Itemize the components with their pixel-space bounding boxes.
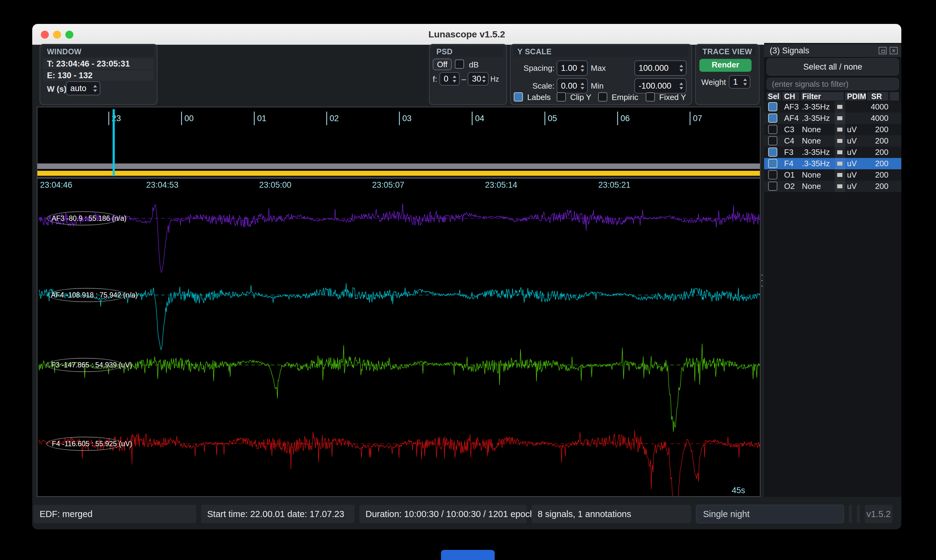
empiric-checkbox[interactable] bbox=[598, 92, 608, 102]
signal-select-checkbox[interactable] bbox=[768, 182, 777, 191]
trace-label-text: AF4 -108.918 : 75.942 (n/a) bbox=[51, 288, 138, 302]
spin-up-icon[interactable] bbox=[581, 83, 584, 85]
signal-select-checkbox[interactable] bbox=[768, 170, 777, 179]
spin-up-icon[interactable] bbox=[680, 65, 683, 67]
signals-filter-input[interactable] bbox=[766, 78, 899, 90]
trace-color-swatch bbox=[837, 139, 842, 143]
signal-select-checkbox[interactable] bbox=[768, 125, 777, 134]
signal-samplerate-cell: 200 bbox=[875, 181, 888, 192]
window-title: Lunascope v1.5.2 bbox=[32, 24, 901, 45]
spinner-buttons bbox=[579, 65, 587, 72]
spin-up-icon[interactable] bbox=[453, 75, 456, 78]
clip-y-checkbox[interactable] bbox=[557, 92, 566, 102]
signal-pdim-cell: uV bbox=[847, 181, 857, 192]
close-panel-icon[interactable]: × bbox=[890, 47, 897, 54]
signal-row[interactable]: F3.3-35HzuV200 bbox=[764, 146, 901, 158]
psd-db-label: dB bbox=[469, 60, 479, 69]
column-header-sel[interactable]: Sel bbox=[766, 92, 781, 101]
trace-color-swatch bbox=[837, 116, 842, 120]
status-panel: Duration: 10:00:30 / 10:00:30 / 1201 epo… bbox=[359, 505, 527, 523]
trace-color-swatch bbox=[837, 173, 842, 177]
spacing-spinner[interactable]: 1.00 bbox=[557, 60, 588, 76]
trace-chart-area[interactable]: 230001020304050607 23:04:4623:04:5323:05… bbox=[37, 107, 760, 497]
signal-row[interactable]: C3NoneuV200 bbox=[764, 124, 901, 135]
trace-color-swatch bbox=[837, 162, 842, 166]
window-seconds-spinner[interactable]: auto bbox=[66, 81, 100, 95]
spin-up-icon[interactable] bbox=[743, 78, 747, 81]
column-header-pdim[interactable]: PDIM bbox=[845, 92, 866, 101]
yscale-checkbox-item: Clip Y bbox=[557, 92, 591, 103]
float-panel-icon[interactable] bbox=[879, 47, 887, 54]
dock-icon[interactable] bbox=[441, 550, 495, 560]
signal-select-checkbox[interactable] bbox=[768, 102, 777, 111]
signal-row[interactable]: C4NoneuV200 bbox=[764, 135, 901, 146]
status-text: Duration: 10:00:30 / 10:00:30 / 1201 epo… bbox=[359, 509, 539, 519]
psd-db-checkbox[interactable] bbox=[455, 60, 464, 69]
min-spinner[interactable]: -100.000 bbox=[634, 78, 686, 94]
spin-up-icon[interactable] bbox=[680, 83, 683, 85]
trace-color-swatch bbox=[837, 105, 842, 109]
psd-freq-max-spinner[interactable]: 30 bbox=[468, 72, 489, 86]
night-selector-dropdown[interactable]: Single night bbox=[696, 505, 844, 523]
max-label: Max bbox=[591, 63, 606, 73]
max-spinner[interactable]: 100.000 bbox=[634, 60, 686, 76]
psd-off-button[interactable]: Off bbox=[433, 58, 452, 70]
trace-color-swatch bbox=[837, 184, 842, 188]
signal-row[interactable]: O1NoneuV200 bbox=[764, 169, 901, 181]
render-button[interactable]: Render bbox=[699, 59, 752, 72]
signal-pdim-cell: uV bbox=[847, 135, 857, 146]
splitter-handle[interactable] bbox=[761, 274, 763, 287]
spinner-buttons bbox=[742, 78, 750, 86]
spinner-buttons bbox=[92, 85, 100, 92]
spin-down-icon[interactable] bbox=[581, 69, 584, 72]
weight-spinner[interactable]: 1 bbox=[729, 75, 750, 89]
desktop-background: Lunascope v1.5.2 WINDOW T: 23:04:46 - 23… bbox=[0, 0, 936, 560]
signal-channel-cell: C4 bbox=[784, 135, 794, 146]
window-length-badge: 45s bbox=[732, 486, 745, 495]
signal-trace-f3 bbox=[39, 344, 760, 432]
spin-down-icon[interactable] bbox=[93, 89, 97, 92]
spin-down-icon[interactable] bbox=[680, 69, 683, 72]
spin-down-icon[interactable] bbox=[482, 80, 486, 83]
spin-down-icon[interactable] bbox=[680, 87, 683, 89]
signal-select-checkbox[interactable] bbox=[768, 114, 777, 123]
select-all-none-button[interactable]: Select all / none bbox=[766, 58, 899, 75]
psd-panel-header: PSD bbox=[433, 46, 503, 57]
psd-hz-label: Hz bbox=[490, 75, 499, 83]
signal-select-checkbox[interactable] bbox=[768, 148, 777, 157]
spin-up-icon[interactable] bbox=[581, 65, 584, 67]
spin-down-icon[interactable] bbox=[743, 83, 747, 86]
column-header-filter[interactable]: Filter bbox=[801, 92, 843, 101]
spin-up-icon[interactable] bbox=[482, 75, 486, 78]
signal-pdim-cell: uV bbox=[847, 124, 857, 135]
psd-freq-min-spinner[interactable]: 0 bbox=[439, 72, 460, 86]
yscale-checkbox-row: LabelsClip YEmpiricFixed Y bbox=[510, 92, 691, 103]
scale-spinner[interactable]: 0.00 bbox=[557, 78, 588, 94]
trace-color-swatch bbox=[837, 128, 842, 132]
signal-row[interactable]: O2NoneuV200 bbox=[764, 181, 901, 192]
signal-row[interactable]: AF4.3-35Hz4000 bbox=[764, 112, 901, 124]
signal-filter-cell: None bbox=[802, 124, 821, 135]
labels-checkbox[interactable] bbox=[514, 92, 523, 102]
signal-filter-cell: .3-35Hz bbox=[802, 112, 830, 124]
status-panel: Start time: 22.00.01 date: 17.07.23 bbox=[201, 505, 355, 523]
spin-down-icon[interactable] bbox=[453, 80, 456, 83]
signal-filter-cell: .3-35Hz bbox=[802, 101, 830, 112]
psd-freq-label: f: bbox=[433, 74, 437, 84]
swatch-column-band bbox=[835, 169, 845, 181]
signal-row[interactable]: F4.3-35HzuV200 bbox=[764, 158, 901, 169]
signal-trace-f4 bbox=[39, 430, 760, 497]
status-panel: EDF: merged bbox=[34, 505, 196, 523]
spin-down-icon[interactable] bbox=[581, 87, 584, 89]
window-seconds-value: auto bbox=[66, 84, 92, 93]
column-header-sr[interactable]: SR bbox=[867, 92, 888, 101]
yscale-checkbox-item: Fixed Y bbox=[646, 92, 686, 103]
fixed-y-checkbox[interactable] bbox=[646, 92, 655, 102]
column-header-ch[interactable]: CH bbox=[782, 92, 799, 101]
signal-select-checkbox[interactable] bbox=[768, 159, 777, 168]
signal-row[interactable]: AF3.3-35Hz4000 bbox=[764, 101, 901, 112]
signal-select-checkbox[interactable] bbox=[768, 136, 777, 145]
signal-traces-canvas bbox=[37, 107, 760, 497]
psd-freq-max-value: 30 bbox=[468, 74, 481, 84]
spin-up-icon[interactable] bbox=[93, 85, 97, 88]
